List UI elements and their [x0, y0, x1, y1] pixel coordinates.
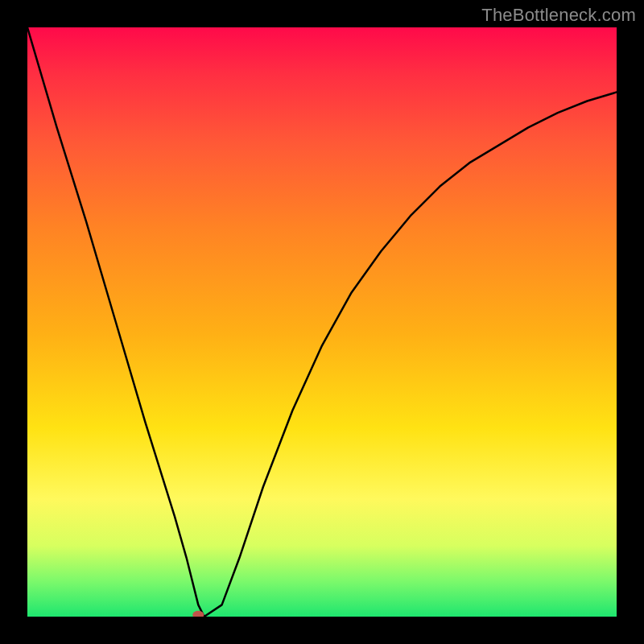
attribution-label: TheBottleneck.com [481, 5, 636, 26]
bottleneck-curve [27, 27, 617, 617]
chart-frame: TheBottleneck.com [0, 0, 644, 644]
chart-svg [27, 27, 617, 617]
plot-area [27, 27, 617, 617]
